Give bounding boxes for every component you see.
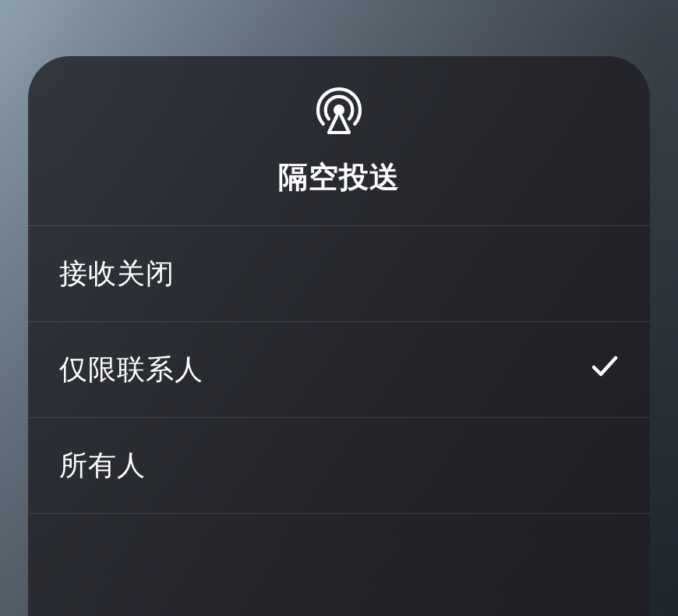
airdrop-settings-panel: 隔空投送 接收关闭 仅限联系人 所有人 — [28, 56, 650, 616]
panel-title: 隔空投送 — [278, 158, 400, 197]
option-label: 所有人 — [59, 447, 146, 485]
svg-point-0 — [334, 104, 344, 115]
checkmark-icon — [591, 352, 619, 388]
option-receiving-off[interactable]: 接收关闭 — [28, 226, 650, 322]
airdrop-icon — [313, 84, 365, 136]
option-label: 接收关闭 — [59, 255, 175, 293]
panel-header: 隔空投送 — [28, 56, 650, 226]
option-contacts-only[interactable]: 仅限联系人 — [28, 322, 650, 418]
option-label: 仅限联系人 — [59, 351, 203, 389]
option-everyone[interactable]: 所有人 — [28, 418, 650, 514]
